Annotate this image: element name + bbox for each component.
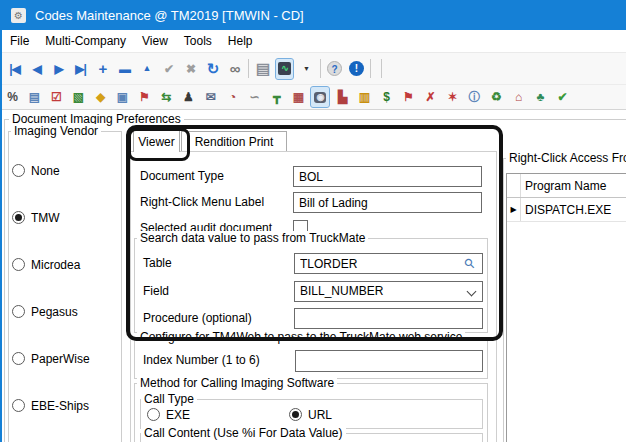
recycle-icon[interactable]: ♻ bbox=[487, 87, 505, 107]
menu-item[interactable]: View bbox=[134, 34, 176, 48]
radio-icon bbox=[12, 164, 25, 177]
program-name-grid: Program Name ▶ DISPATCH.EXE bbox=[506, 173, 626, 442]
imaging-vendor-label: Imaging Vendor bbox=[11, 124, 101, 138]
field-combobox[interactable]: BILL_NUMBER bbox=[294, 281, 483, 302]
toolbar-separator bbox=[248, 59, 249, 78]
last-record-icon[interactable]: ▶| bbox=[72, 59, 89, 79]
window-border-left bbox=[0, 30, 2, 442]
vendor-option-label: Pegasus bbox=[31, 305, 78, 319]
vendor-option-label: TMW bbox=[31, 211, 60, 225]
table-label: Table bbox=[143, 256, 172, 270]
window-title: Codes Maintenance @ TM2019 [TMWIN - CD] bbox=[35, 8, 304, 23]
invoice-icon[interactable]: $ bbox=[377, 87, 395, 107]
calendar-icon[interactable]: ▦ bbox=[289, 87, 307, 107]
right-click-access-groupbox: Right-Click Access Fro Program Name ▶ DI… bbox=[503, 158, 626, 442]
mail-icon[interactable]: ✉ bbox=[201, 87, 219, 107]
vendor-radio-option[interactable]: EBE-Ships bbox=[12, 398, 90, 413]
vendor-radio-option[interactable]: PaperWise bbox=[12, 351, 90, 366]
vendor-option-label: None bbox=[31, 164, 60, 178]
vendor-radio-option[interactable]: TMW bbox=[12, 210, 90, 225]
method-group-label: Method for Calling Imaging Software bbox=[137, 376, 337, 390]
call-content-label: Call Content (Use %i For Data Value) bbox=[141, 426, 346, 440]
menu-label-input[interactable] bbox=[293, 192, 482, 213]
milestone-flag-icon[interactable]: ⚑ bbox=[399, 87, 417, 107]
report-icon[interactable]: ▤ bbox=[25, 87, 43, 107]
menu-item[interactable]: Help bbox=[220, 34, 261, 48]
hitch-icon[interactable]: ∽ bbox=[245, 87, 263, 107]
find-icon[interactable]: ∞ bbox=[226, 59, 243, 79]
transfer-icon[interactable]: ⇆ bbox=[157, 87, 175, 107]
tab-rendition-print[interactable]: Rendition Print bbox=[181, 131, 287, 151]
procedure-input[interactable] bbox=[294, 308, 483, 329]
refresh-icon[interactable]: ↻ bbox=[204, 59, 221, 79]
edit-record-icon[interactable]: ▲ bbox=[138, 59, 155, 79]
tools-toolbar: %▤☑▧◆▣⚑⇆♟✉◔∽┳▦◉▙▥$⚑✗✶ⓘ♻⌂♣✔ bbox=[0, 84, 626, 110]
tm4web-groupbox: Configure for TM4Web to pass to the Truc… bbox=[134, 337, 488, 379]
node-delete-icon[interactable]: ✗ bbox=[421, 87, 439, 107]
chart-icon[interactable]: ▧ bbox=[69, 87, 87, 107]
audit-checklist-icon[interactable]: ☑ bbox=[47, 87, 65, 107]
grid-body: ▶ DISPATCH.EXE bbox=[507, 198, 626, 222]
orgchart-icon[interactable]: ┳ bbox=[267, 87, 285, 107]
help-icon[interactable]: ? bbox=[326, 59, 343, 79]
call-type-radio-option[interactable]: EXE bbox=[147, 407, 289, 422]
node-icon[interactable]: ✶ bbox=[443, 87, 461, 107]
delete-record-icon[interactable]: ▬ bbox=[116, 59, 133, 79]
grid-header-marker-cell bbox=[507, 174, 521, 197]
vendor-option-label: EBE-Ships bbox=[31, 399, 89, 413]
security-shield-icon[interactable]: ◆ bbox=[91, 87, 109, 107]
tab-viewer[interactable]: Viewer bbox=[133, 130, 180, 152]
program-name-cell: DISPATCH.EXE bbox=[521, 198, 615, 221]
table-row[interactable]: ▶ DISPATCH.EXE bbox=[507, 198, 626, 222]
radio-icon bbox=[12, 258, 25, 271]
field-combobox-value: BILL_NUMBER bbox=[300, 284, 383, 298]
doc-info-icon[interactable]: ⓘ bbox=[465, 87, 483, 107]
gauge-icon[interactable]: ◔ bbox=[223, 87, 241, 107]
menu-bar: File Multi-Company View Tools Help bbox=[0, 30, 626, 52]
menu-item[interactable]: File bbox=[2, 34, 37, 48]
call-type-radio-option[interactable]: URL bbox=[289, 407, 431, 422]
imaging-camera-icon[interactable]: ◉ bbox=[311, 87, 329, 107]
dump-truck-icon[interactable]: ▙ bbox=[333, 87, 351, 107]
document-type-label: Document Type bbox=[140, 169, 224, 183]
vendor-radio-option[interactable]: Microdea bbox=[12, 257, 90, 272]
menu-item[interactable]: Tools bbox=[176, 34, 220, 48]
next-record-icon[interactable]: ▶ bbox=[50, 59, 67, 79]
document-type-input[interactable] bbox=[293, 166, 482, 187]
menu-item[interactable]: Multi-Company bbox=[37, 34, 134, 48]
vendor-radio-option[interactable]: None bbox=[12, 163, 90, 178]
copy-check-icon[interactable]: ▣ bbox=[113, 87, 131, 107]
radio-icon bbox=[12, 211, 25, 224]
percent-icon[interactable]: % bbox=[3, 87, 21, 107]
app-icon: ⚙ bbox=[11, 8, 26, 23]
insert-record-icon[interactable]: + bbox=[94, 59, 111, 79]
field-label: Field bbox=[143, 284, 169, 298]
print-icon[interactable]: ▤ bbox=[254, 59, 271, 79]
data-monitor-icon[interactable]: ∿ bbox=[276, 59, 293, 79]
radio-icon bbox=[12, 399, 25, 412]
document-imaging-preferences-page: Document Imaging Preferences Imaging Ven… bbox=[0, 110, 626, 442]
navigator-toolbar: |◀◀▶▶|+▬▲✔✖↻∞ ▤∿▼ ?! bbox=[0, 52, 626, 84]
first-record-icon[interactable]: |◀ bbox=[6, 59, 23, 79]
procedure-label: Procedure (optional) bbox=[143, 311, 252, 325]
grid-header-program-name[interactable]: Program Name bbox=[521, 174, 610, 197]
about-icon[interactable]: ! bbox=[348, 59, 365, 79]
tree-icon[interactable]: ♣ bbox=[531, 87, 549, 107]
driver-icon[interactable]: ♟ bbox=[179, 87, 197, 107]
package-icon[interactable]: ▥ bbox=[355, 87, 373, 107]
cancel-edit-icon[interactable]: ✖ bbox=[182, 59, 199, 79]
toolbar-separator bbox=[370, 59, 371, 78]
monitor-dropdown-icon[interactable]: ▼ bbox=[298, 59, 315, 79]
vendor-option-label: Microdea bbox=[31, 258, 80, 272]
call-type-label: Call Type bbox=[141, 392, 197, 406]
home-icon[interactable]: ⌂ bbox=[509, 87, 527, 107]
radio-icon bbox=[147, 408, 160, 421]
index-number-input[interactable] bbox=[295, 350, 483, 372]
call-type-options: EXE URL bbox=[147, 407, 431, 422]
post-edit-icon[interactable]: ✔ bbox=[160, 59, 177, 79]
vendor-radio-option[interactable]: Pegasus bbox=[12, 304, 90, 319]
approve-icon[interactable]: ✔ bbox=[553, 87, 571, 107]
prior-record-icon[interactable]: ◀ bbox=[28, 59, 45, 79]
table-input[interactable] bbox=[294, 253, 483, 274]
flag-icon[interactable]: ⚑ bbox=[135, 87, 153, 107]
